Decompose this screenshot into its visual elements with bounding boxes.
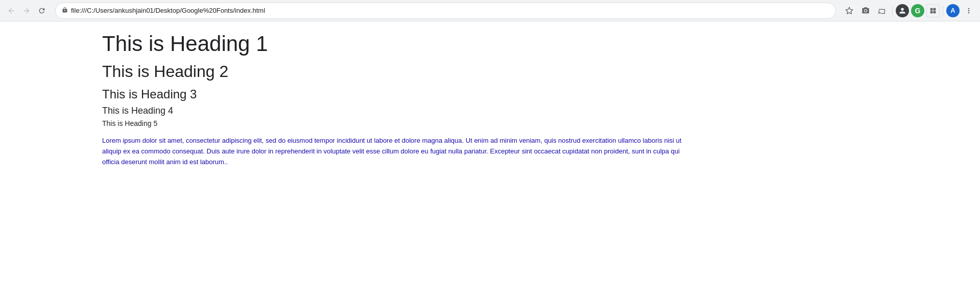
body-paragraph: Lorem ipsum dolor sit amet, consectetur …: [102, 136, 689, 167]
profile-square-icon[interactable]: [926, 4, 940, 17]
lock-icon: [62, 7, 68, 14]
forward-button[interactable]: [19, 4, 34, 18]
reload-button[interactable]: [35, 4, 49, 18]
address-text: file:///C:/Users/ankushjain01/Desktop/Go…: [71, 7, 829, 14]
separator-1: [892, 6, 893, 16]
cast-button[interactable]: [875, 4, 889, 18]
screenshot-button[interactable]: [858, 4, 873, 18]
browser-chrome: file:///C:/Users/ankushjain01/Desktop/Go…: [0, 0, 980, 21]
heading-1: This is Heading 1: [102, 32, 878, 56]
svg-marker-0: [846, 7, 852, 14]
heading-2: This is Heading 2: [102, 62, 878, 81]
heading-3: This is Heading 3: [102, 87, 878, 101]
bookmark-button[interactable]: [842, 4, 856, 18]
nav-buttons: [4, 4, 49, 18]
back-button[interactable]: [4, 4, 18, 18]
profile-dark-circle[interactable]: [896, 4, 909, 17]
address-bar[interactable]: file:///C:/Users/ankushjain01/Desktop/Go…: [55, 3, 836, 19]
profile-green-circle[interactable]: G: [911, 4, 924, 17]
heading-4: This is Heading 4: [102, 106, 878, 116]
heading-5: This is Heading 5: [102, 119, 878, 127]
page-content: This is Heading 1 This is Heading 2 This…: [0, 21, 980, 286]
separator-2: [943, 6, 943, 16]
menu-button[interactable]: [962, 4, 976, 18]
profile-user-circle[interactable]: A: [946, 4, 960, 17]
browser-actions: G A: [842, 4, 976, 18]
